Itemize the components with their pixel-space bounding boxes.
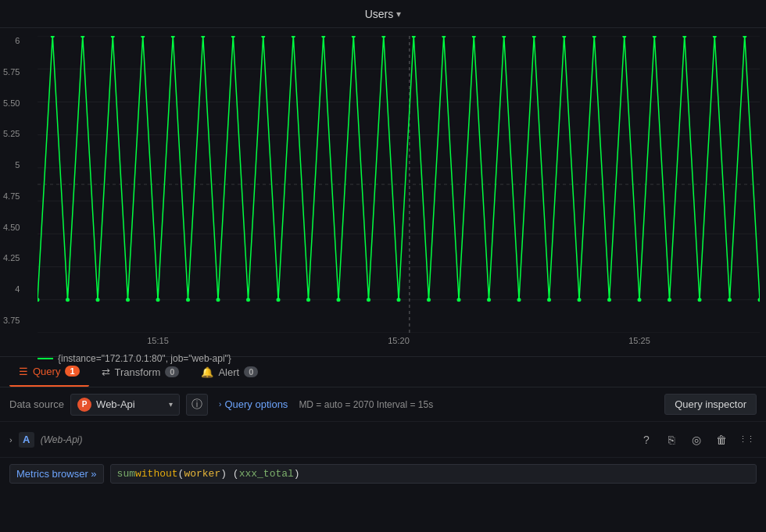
query-letter-badge: A [19,432,34,448]
x-axis: 15:15 15:20 15:25 [38,333,760,348]
query-inspector-button[interactable]: Query inspector [664,394,757,415]
more-icon: ⋮⋮ [739,434,754,445]
info-icon: ⓘ [192,398,202,412]
query-expression-input[interactable]: sum without ( worker ) ( xxx_total ) [110,464,757,484]
delete-icon: 🗑 [716,434,727,446]
query-options-label: Query options [224,398,288,410]
chart-canvas [38,36,760,333]
dashboard-title[interactable]: Users ▾ [365,8,402,20]
tab-transform[interactable]: ⇄ Transform 0 [92,357,189,387]
y-axis: 6 5.75 5.50 5.25 5 4.75 4.50 4.25 4 3.75 [3,36,20,325]
query-tab-icon: ☰ [19,366,28,377]
query-item-row: › A (Web-Api) ? ⎘ ◎ 🗑 ⋮⋮ [0,422,766,458]
expr-paren1: ( [178,468,184,480]
transform-tab-icon: ⇄ [102,366,110,378]
tab-query-label: Query [33,366,60,377]
expr-metric: xxx_total [239,468,294,480]
alert-tab-icon: 🔔 [201,366,213,378]
datasource-label: Data source [9,398,64,410]
datasource-select[interactable]: P Web-Api ▾ [70,394,180,416]
metrics-browser-label: Metrics browser » [16,468,97,480]
tab-transform-badge: 0 [165,366,179,377]
help-icon: ? [643,434,650,446]
query-actions: ? ⎘ ◎ 🗑 ⋮⋮ [636,430,757,450]
expr-without: without [135,468,178,480]
query-meta-text: MD = auto = 2070 Interval = 15s [299,399,658,410]
title-chevron-icon: ▾ [396,9,401,20]
query-visibility-button[interactable]: ◎ [686,430,707,450]
expr-paren3: ) [294,468,300,480]
query-item-name: (Web-Api) [41,434,83,445]
metrics-row: Metrics browser » sum without ( worker )… [0,458,766,489]
datasource-row: Data source P Web-Api ▾ ⓘ › Query option… [0,387,766,422]
query-more-button[interactable]: ⋮⋮ [736,430,757,450]
collapse-chevron-icon: › [9,435,13,445]
tab-transform-label: Transform [115,366,161,378]
expr-worker: worker [184,468,220,480]
datasource-chevron-icon: ▾ [169,400,173,409]
datasource-icon: P [77,398,91,412]
query-options-chevron-icon: › [219,400,221,409]
datasource-name: Web-Api [96,398,164,410]
metrics-browser-button[interactable]: Metrics browser » [9,464,104,484]
query-copy-button[interactable]: ⎘ [661,430,682,450]
chart-inner: 6 5.75 5.50 5.25 5 4.75 4.50 4.25 4 3.75… [38,36,760,348]
title-text: Users [365,8,394,20]
query-options-button[interactable]: › Query options [214,395,292,413]
query-help-button[interactable]: ? [636,430,657,450]
tab-alert-label: Alert [218,366,239,378]
tab-query-badge: 1 [65,366,79,377]
chart-container: 6 5.75 5.50 5.25 5 4.75 4.50 4.25 4 3.75… [0,28,766,356]
tab-alert[interactable]: 🔔 Alert 0 [192,357,267,387]
top-bar: Users ▾ [0,0,766,28]
info-button[interactable]: ⓘ [186,394,208,416]
tab-alert-badge: 0 [244,366,258,377]
expr-paren2: ) ( [220,468,238,480]
copy-icon: ⎘ [668,434,675,446]
query-collapse-toggle[interactable]: › [9,435,13,445]
query-inspector-label: Query inspector [675,398,746,410]
eye-icon: ◎ [692,434,701,446]
expr-sum: sum [117,468,135,480]
tab-query[interactable]: ☰ Query 1 [9,357,89,387]
query-delete-button[interactable]: 🗑 [711,430,732,450]
